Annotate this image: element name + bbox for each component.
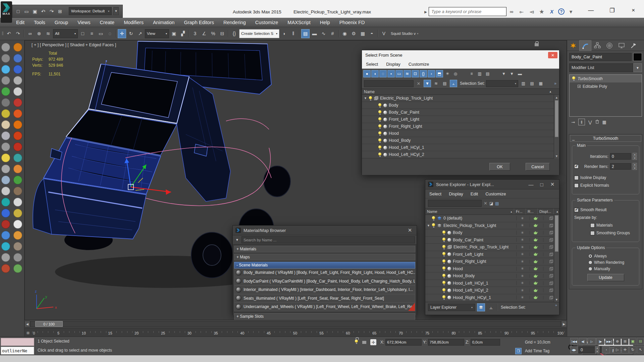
toolbar-icon[interactable]: ▭ ▾: [97, 29, 105, 38]
menu-item[interactable]: Views: [77, 20, 90, 25]
qat-icon[interactable]: ⊞▾: [56, 8, 64, 15]
expander-icon[interactable]: ▼: [427, 224, 430, 227]
toolbar-icon[interactable]: ▾: [227, 29, 229, 38]
toolbar-icon[interactable]: ✛ ▾: [118, 29, 126, 38]
modifier-list-arrow-icon[interactable]: ▼: [633, 63, 642, 72]
scene-object-row[interactable]: ▼ Body_Car_Paint: [362, 109, 559, 116]
toolbar-icon[interactable]: Create Selection S ▾: [239, 29, 279, 38]
menu-item[interactable]: Customize: [255, 20, 278, 25]
visibility-bulb-icon[interactable]: [442, 288, 446, 293]
explorer-row[interactable]: ▼ Hood: [425, 265, 559, 273]
toolbar-icon[interactable]: ≋ ▾: [44, 29, 52, 38]
tab-display[interactable]: [615, 40, 628, 51]
filter-toolbar-icon[interactable]: ✳: [444, 70, 451, 77]
visibility-bulb-icon[interactable]: [378, 153, 382, 157]
toolbar-icon[interactable]: ◓ ▾: [368, 29, 376, 38]
advanced-filter-icon[interactable]: ◪: [489, 201, 493, 206]
visibility-bulb-icon[interactable]: [369, 96, 372, 101]
filter-toolbar-icon[interactable]: [492, 70, 499, 77]
cancel-button[interactable]: Cancel: [526, 163, 550, 171]
toolbar-icon[interactable]: % ▾: [209, 29, 217, 38]
macro-recorder-field[interactable]: [1, 338, 34, 346]
viewport-nav-icon[interactable]: ▷: [614, 346, 621, 353]
left-toolbar-icon[interactable]: [1, 198, 10, 206]
renderable-toggle[interactable]: [530, 245, 541, 249]
scroll-down-icon[interactable]: ▼: [554, 154, 559, 159]
frozen-column-header[interactable]: Fr...: [514, 208, 526, 215]
scrollbar-thumb[interactable]: [555, 215, 558, 252]
close-icon[interactable]: ✕: [548, 52, 557, 58]
y-coordinate-field[interactable]: 758,853cm: [428, 339, 464, 346]
filter-toolbar-icon[interactable]: ▬: [516, 70, 524, 77]
filter-toolbar-icon[interactable]: ⬒: [436, 70, 443, 77]
left-toolbar-icon[interactable]: [13, 154, 22, 162]
left-toolbar-icon[interactable]: [1, 98, 10, 107]
name-column-header[interactable]: Name ▲: [362, 88, 559, 95]
frame-spinner[interactable]: ▲▼: [595, 346, 599, 353]
selection-lock-toggle-icon[interactable]: [362, 341, 366, 344]
toolbar-icon[interactable]: ▾: [377, 29, 379, 38]
toolbar-icon[interactable]: View ▾: [145, 29, 169, 38]
current-frame-field[interactable]: 0 ▲▼: [579, 347, 601, 353]
toolbar-icon[interactable]: ↶ ▾: [5, 29, 13, 38]
tab-hierarchy[interactable]: [591, 40, 603, 51]
infocenter-icon[interactable]: ⟜: [518, 8, 525, 15]
filter-toolbar-icon[interactable]: ▭: [395, 70, 403, 77]
left-toolbar-icon[interactable]: [13, 165, 22, 173]
menu-item[interactable]: Rendering: [223, 20, 246, 25]
explorer-row[interactable]: ▼ Electric_Pick: [425, 222, 559, 230]
toolbar-icon[interactable]: ↗ ▾: [136, 29, 144, 38]
left-toolbar-icon[interactable]: [1, 176, 10, 184]
toolbar-icon[interactable]: □ ▾: [78, 29, 87, 38]
scene-object-row[interactable]: ▼ Electric_Pickup_Truck_Light: [362, 95, 559, 102]
show-end-result-icon[interactable]: ‖: [578, 119, 585, 125]
filter-toolbar-icon[interactable]: ◌: [379, 70, 387, 77]
toolbar-icon[interactable]: All ▾: [53, 29, 78, 38]
close-icon[interactable]: ✕: [548, 181, 556, 187]
qat-icon[interactable]: □▾: [14, 8, 22, 15]
left-toolbar-icon[interactable]: [13, 76, 22, 85]
visibility-bulb-icon[interactable]: [378, 145, 382, 150]
toolbar-icon[interactable]: ↷ ▾: [14, 29, 22, 38]
toolbar-icon[interactable]: ▦ ▾: [359, 29, 367, 38]
infocenter-icon[interactable]: ∞: [508, 8, 515, 15]
add-time-tag-label[interactable]: Add Time Tag: [525, 349, 549, 353]
renderable-toggle[interactable]: [530, 281, 541, 285]
selection-set-dropdown[interactable]: ▾: [486, 80, 518, 87]
qat-icon[interactable]: ▣▾: [31, 8, 39, 15]
scroll-up-icon[interactable]: ▲: [554, 95, 559, 100]
toolbar-icon[interactable]: # ▾: [328, 29, 337, 38]
renderable-toggle[interactable]: [530, 260, 541, 263]
toolbar-icon[interactable]: ▣ ▾: [170, 29, 178, 38]
left-toolbar-icon[interactable]: [13, 231, 22, 240]
material-browser-titlebar[interactable]: Material/Map Browser ✕: [233, 226, 417, 235]
scene-object-row[interactable]: ▼ Front_Left_Light: [362, 116, 559, 123]
scene-materials-rollout[interactable]: - Scene Materials: [234, 262, 415, 268]
filter-toolbar-icon[interactable]: ▤: [484, 70, 491, 77]
object-color-swatch[interactable]: [633, 53, 642, 61]
window-control-button[interactable]: ❐: [605, 5, 619, 15]
viewport-nav-icon[interactable]: ✛: [622, 346, 629, 353]
explorer-menu-item[interactable]: Display: [449, 191, 463, 196]
toolbar-icon[interactable]: ∞ ▾: [26, 29, 34, 38]
hierarchy-mode-icon[interactable]: ⫠: [450, 80, 457, 87]
layer-mode-icon[interactable]: ▤: [495, 201, 499, 206]
material-search-input[interactable]: Search by Name ...: [241, 236, 415, 243]
minimize-icon[interactable]: —: [527, 182, 535, 187]
add-to-set-icon[interactable]: ▤: [528, 80, 536, 87]
visibility-bulb-icon[interactable]: [378, 138, 382, 143]
visibility-bulb-icon[interactable]: [378, 131, 382, 136]
left-toolbar-icon[interactable]: [1, 154, 10, 162]
subtract-from-set-icon[interactable]: ▦: [537, 80, 544, 87]
maximize-icon[interactable]: □: [538, 182, 546, 187]
time-slider-handle[interactable]: 0 / 100: [35, 321, 63, 327]
explorer-mode-dropdown[interactable]: Layer Explorer▾: [428, 304, 475, 311]
toolbar-icon[interactable]: ▾: [337, 29, 340, 38]
when-rendering-radio[interactable]: [588, 260, 592, 264]
explorer-row[interactable]: ▼ Body: [425, 229, 559, 237]
explorer-row[interactable]: ▼ Electric_Pick: [425, 244, 559, 251]
filter-toolbar-icon[interactable]: ●: [363, 70, 371, 77]
left-toolbar-icon[interactable]: [1, 76, 10, 85]
browser-options-icon[interactable]: ▼: [234, 238, 240, 242]
search-input[interactable]: [429, 7, 506, 16]
